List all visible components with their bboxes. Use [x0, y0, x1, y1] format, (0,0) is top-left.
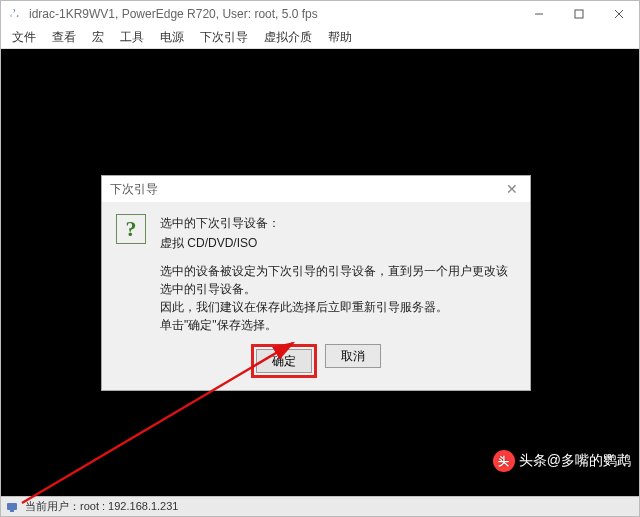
svg-rect-5 [7, 503, 17, 510]
menu-macro[interactable]: 宏 [85, 27, 111, 48]
window-title: idrac-1KR9WV1, PowerEdge R720, User: roo… [29, 7, 519, 21]
minimize-button[interactable] [519, 1, 559, 27]
ok-button[interactable]: 确定 [256, 349, 312, 373]
question-icon: ? [116, 214, 146, 244]
dialog-buttons: 确定 取消 [116, 344, 516, 382]
dialog-line-2: 因此，我们建议在保存此选择后立即重新引导服务器。 [160, 298, 516, 316]
watermark: 头 头条@多嘴的鹦鹉 [493, 450, 631, 472]
menu-virtual-media[interactable]: 虚拟介质 [257, 27, 319, 48]
dialog-body: ? 选中的下次引导设备： 虚拟 CD/DVD/ISO 选中的设备被设定为下次引导… [102, 202, 530, 390]
dialog-titlebar: 下次引导 ✕ [102, 176, 530, 202]
dialog-heading: 选中的下次引导设备： [160, 214, 516, 232]
svg-rect-6 [10, 510, 14, 512]
watermark-text: 头条@多嘴的鹦鹉 [519, 452, 631, 470]
statusbar: 当前用户：root : 192.168.1.231 [1, 496, 639, 516]
dialog-title: 下次引导 [110, 181, 502, 198]
java-icon [7, 6, 23, 22]
maximize-button[interactable] [559, 1, 599, 27]
remote-screen[interactable]: 下次引导 ✕ ? 选中的下次引导设备： 虚拟 CD/DVD/ISO 选中的设备被… [1, 49, 639, 496]
dialog-line-1: 选中的设备被设定为下次引导的引导设备，直到另一个用户更改该选中的引导设备。 [160, 262, 516, 298]
status-icon [5, 500, 19, 514]
menubar: 文件 查看 宏 工具 电源 下次引导 虚拟介质 帮助 [1, 27, 639, 49]
dialog-device: 虚拟 CD/DVD/ISO [160, 234, 516, 252]
main-window: idrac-1KR9WV1, PowerEdge R720, User: roo… [0, 0, 640, 517]
close-button[interactable] [599, 1, 639, 27]
menu-next-boot[interactable]: 下次引导 [193, 27, 255, 48]
cancel-button[interactable]: 取消 [325, 344, 381, 368]
dialog-text: 选中的下次引导设备： 虚拟 CD/DVD/ISO 选中的设备被设定为下次引导的引… [160, 214, 516, 334]
svg-rect-1 [575, 10, 583, 18]
dialog-close-icon[interactable]: ✕ [502, 181, 522, 197]
ok-highlight: 确定 [251, 344, 317, 378]
window-controls [519, 1, 639, 27]
menu-tools[interactable]: 工具 [113, 27, 151, 48]
window-titlebar: idrac-1KR9WV1, PowerEdge R720, User: roo… [1, 1, 639, 27]
next-boot-dialog: 下次引导 ✕ ? 选中的下次引导设备： 虚拟 CD/DVD/ISO 选中的设备被… [101, 175, 531, 391]
menu-power[interactable]: 电源 [153, 27, 191, 48]
status-text: 当前用户：root : 192.168.1.231 [25, 499, 178, 514]
menu-view[interactable]: 查看 [45, 27, 83, 48]
menu-help[interactable]: 帮助 [321, 27, 359, 48]
watermark-logo-icon: 头 [493, 450, 515, 472]
menu-file[interactable]: 文件 [5, 27, 43, 48]
dialog-line-3: 单击"确定"保存选择。 [160, 316, 516, 334]
